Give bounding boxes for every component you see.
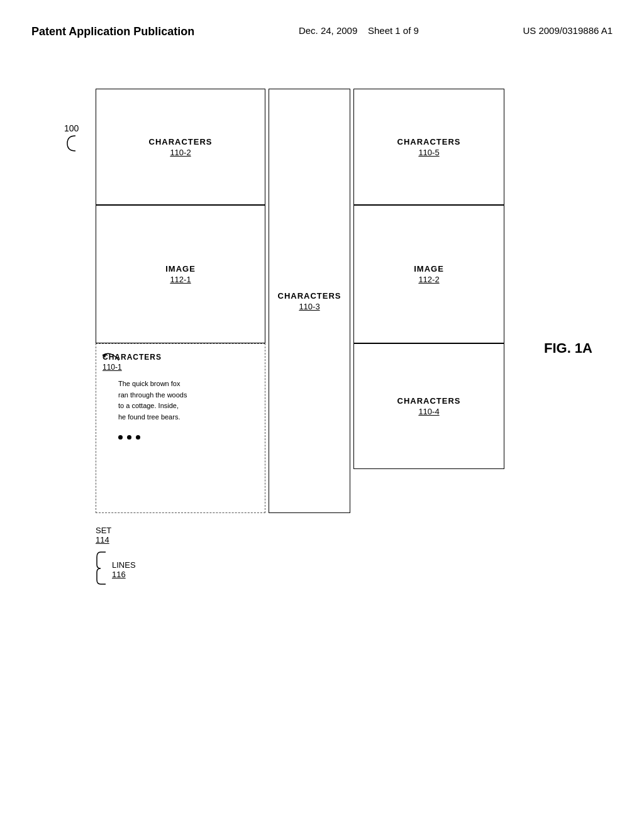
characters-110-5-label: CHARACTERS	[397, 137, 461, 147]
characters-110-5-ref: 110-5	[418, 148, 439, 157]
characters-110-1-box: CHARACTERS 110-1 The quick brown fox ran…	[96, 343, 265, 513]
date: Dec. 24, 2009	[299, 25, 357, 36]
characters-110-3-ref: 110-3	[299, 302, 319, 311]
set-ref: 114	[96, 535, 136, 545]
text-line-2: ran through the woods	[118, 390, 187, 401]
characters-110-3-label: CHARACTERS	[278, 291, 341, 301]
characters-110-5-box: CHARACTERS 110-5	[353, 89, 504, 205]
text-line-1: The quick brown fox	[118, 379, 187, 390]
dot-3	[136, 435, 140, 440]
characters-110-3-box: CHARACTERS 110-3	[269, 89, 350, 513]
set-text: SET	[96, 526, 111, 535]
text-line-3: to a cottage. Inside,	[118, 401, 187, 412]
brace-container	[96, 551, 108, 588]
chars-label-inner: CHARACTERS	[103, 353, 162, 362]
publication-title: Patent Application Publication	[31, 25, 194, 38]
lines-ref: 116	[112, 570, 136, 579]
characters-110-4-box: CHARACTERS 110-4	[353, 343, 504, 469]
chars-ref-inner: 110-1	[103, 363, 122, 372]
lines-label-group: LINES 116	[96, 551, 136, 588]
characters-110-2-label: CHARACTERS	[149, 137, 213, 147]
lines-text: LINES	[112, 560, 136, 570]
image-112-2-ref: 112-2	[418, 275, 439, 284]
image-112-1-label: IMAGE	[165, 264, 196, 274]
fig-label: FIG. 1A	[544, 340, 592, 357]
diagram-area: 100 CHARACTERS 110-2 IMAGE 112-1 CHARACT…	[64, 89, 580, 686]
dot-1	[118, 435, 123, 440]
dot-2	[127, 435, 131, 440]
dots	[118, 435, 140, 440]
lines-text-block: LINES 116	[112, 560, 136, 579]
set-label-group: SET	[96, 526, 136, 535]
patent-number: US 2009/0319886 A1	[523, 25, 613, 36]
characters-110-4-label: CHARACTERS	[397, 396, 461, 406]
image-112-1-ref: 112-1	[170, 275, 191, 284]
characters-110-2-ref: 110-2	[170, 148, 191, 157]
image-112-2-box: IMAGE 112-2	[353, 205, 504, 343]
ref-100: 100	[64, 123, 79, 152]
image-112-1-box: IMAGE 112-1	[96, 205, 265, 343]
sheet: Sheet 1 of 9	[368, 25, 419, 36]
characters-110-4-ref: 110-4	[418, 407, 439, 416]
page-header: Patent Application Publication Dec. 24, …	[0, 0, 644, 51]
bottom-labels: SET 114 LINES 116	[96, 526, 136, 588]
text-content: The quick brown fox ran through the wood…	[118, 379, 187, 423]
sheet-info: Dec. 24, 2009 Sheet 1 of 9	[299, 25, 419, 36]
lines-brace-svg	[96, 551, 108, 585]
image-112-2-label: IMAGE	[414, 264, 444, 274]
ref-100-label: 100	[64, 123, 79, 133]
characters-110-2-box: CHARACTERS 110-2	[96, 89, 265, 205]
text-line-4: he found tree bears.	[118, 412, 187, 423]
